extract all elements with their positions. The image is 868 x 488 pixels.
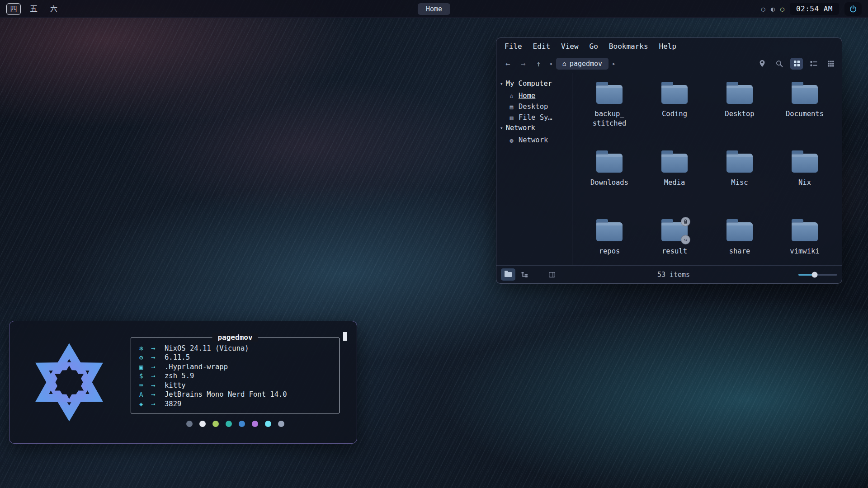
power-button[interactable] (844, 2, 862, 16)
fetch-line-packages: ◈ → 3829 (139, 399, 331, 408)
palette-dot (186, 421, 193, 427)
menu-go[interactable]: Go (590, 42, 598, 51)
places-pane-button[interactable] (501, 268, 515, 281)
fetch-line-os: ❄ → NixOS 24.11 (Vicuna) (139, 343, 331, 353)
workspace-switcher: 四 五 六 (6, 3, 61, 15)
fetch-line-terminal: ⌨ → kitty (139, 380, 331, 390)
breadcrumb-next-icon[interactable]: ▸ (610, 60, 618, 67)
nixos-logo (28, 341, 111, 424)
icon-view-button[interactable] (790, 58, 803, 70)
palette-dot (239, 421, 245, 427)
palette-dot (252, 421, 258, 427)
fetch-line-font: A → JetBrains Mono Nerd Font 14.0 (139, 390, 331, 399)
zoom-control (788, 274, 837, 276)
font-icon: A (139, 391, 151, 398)
menu-edit[interactable]: Edit (533, 42, 551, 51)
arrow-icon: → (151, 372, 165, 380)
forward-button[interactable]: → (516, 59, 530, 68)
clock: 02:54 AM (790, 3, 839, 15)
menu-help[interactable]: Help (659, 42, 677, 51)
folder-desktop[interactable]: Desktop (707, 80, 772, 148)
zoom-slider-handle[interactable] (812, 272, 818, 277)
folder-icon: ↪ (661, 222, 688, 241)
sidebar-item-label: Home (519, 92, 535, 100)
places-sidebar: ▾ My Computer ⌂ Home ▤ Desktop ▥ File Sy… (496, 73, 572, 265)
folder-icon (726, 222, 753, 241)
folder-icon (596, 154, 623, 173)
fetch-output: pagedmov ❄ → NixOS 24.11 (Vicuna) ⚙ → 6.… (131, 338, 340, 427)
sidebar-item-desktop[interactable]: ▤ Desktop (500, 101, 569, 112)
folder-grid: backup_ stitched Coding Desktop Document… (572, 73, 842, 265)
folder-nix[interactable]: Nix (772, 148, 837, 217)
chevron-down-icon[interactable]: ▾ (500, 81, 503, 87)
home-icon: ⌂ (508, 93, 515, 99)
folder-label: share (729, 247, 750, 256)
power-icon (849, 5, 857, 13)
folder-backup-stitched[interactable]: backup_ stitched (577, 80, 642, 148)
chevron-down-icon[interactable]: ▾ (500, 125, 503, 131)
folder-label: result (662, 247, 687, 256)
folder-label: Downloads (590, 178, 628, 188)
sidebar-section-network[interactable]: ▾ Network (500, 124, 569, 132)
terminal-color-palette (131, 421, 340, 427)
tray-circle-green-icon[interactable]: ○ (780, 5, 784, 13)
menu-bookmarks[interactable]: Bookmarks (609, 42, 648, 51)
arrow-icon: → (151, 344, 165, 352)
toolbar-right-cluster (756, 58, 837, 70)
menu-file[interactable]: File (505, 42, 522, 51)
tray-circle-icon[interactable]: ○ (761, 5, 765, 13)
folder-coding[interactable]: Coding (642, 80, 707, 148)
fetch-line-wm: ▣ → .Hyprland-wrapp (139, 362, 331, 371)
fetch-info-box: pagedmov ❄ → NixOS 24.11 (Vicuna) ⚙ → 6.… (131, 338, 340, 413)
desktop-icon: ▤ (508, 103, 515, 110)
workspace-5[interactable]: 五 (27, 4, 41, 14)
folder-pane-icon (505, 272, 512, 277)
palette-dot (278, 421, 284, 427)
statusbar: 53 items (496, 265, 842, 283)
symlink-emblem-icon: ↪ (681, 235, 690, 244)
topbar-right-cluster: ○ ◐ ○ 02:54 AM (761, 2, 862, 16)
sidebar-item-network[interactable]: ◍ Network (500, 135, 569, 145)
folder-downloads[interactable]: Downloads (577, 148, 642, 217)
folder-misc[interactable]: Misc (707, 148, 772, 217)
palette-dot (199, 421, 206, 427)
zoom-slider[interactable] (798, 274, 837, 276)
sidebar-item-filesystem[interactable]: ▥ File Sy… (500, 112, 569, 123)
toolbar: ← → ↑ ◂ ⌂ pagedmov ▸ (496, 54, 842, 73)
folder-icon (596, 222, 623, 241)
file-manager-window: File Edit View Go Bookmarks Help ← → ↑ ◂… (496, 38, 842, 284)
back-button[interactable]: ← (501, 59, 514, 68)
sidebar-section-my-computer[interactable]: ▾ My Computer (500, 80, 569, 88)
compact-view-button[interactable] (825, 58, 837, 70)
folder-label: Misc (731, 178, 748, 188)
sidebar-item-home[interactable]: ⌂ Home (500, 90, 569, 101)
tree-pane-button[interactable] (517, 268, 532, 281)
terminal-cursor (343, 332, 347, 341)
terminal-window[interactable]: pagedmov ❄ → NixOS 24.11 (Vicuna) ⚙ → 6.… (9, 321, 357, 444)
file-manager-body: ▾ My Computer ⌂ Home ▤ Desktop ▥ File Sy… (496, 73, 842, 265)
window-manager-icon: ▣ (139, 363, 151, 371)
folder-media[interactable]: Media (642, 148, 707, 217)
network-icon: ◍ (508, 137, 515, 144)
search-icon[interactable] (773, 58, 786, 70)
font-value: JetBrains Mono Nerd Font 14.0 (165, 390, 287, 399)
breadcrumb[interactable]: ⌂ pagedmov (556, 58, 609, 70)
up-button[interactable]: ↑ (532, 59, 545, 68)
nixos-icon: ❄ (139, 345, 151, 352)
tray-half-circle-icon[interactable]: ◐ (771, 5, 775, 13)
toggle-panel-button[interactable] (546, 269, 558, 280)
arrow-icon: → (151, 353, 165, 361)
folder-documents[interactable]: Documents (772, 80, 837, 148)
sidebar-section-label: Network (506, 124, 535, 132)
palette-dot (226, 421, 232, 427)
folder-label: Desktop (725, 109, 754, 119)
breadcrumb-prev-icon[interactable]: ◂ (547, 60, 554, 67)
workspace-4[interactable]: 四 (6, 3, 21, 15)
sidebar-item-label: Desktop (519, 103, 548, 111)
filesystem-icon: ▥ (508, 114, 515, 121)
list-view-button[interactable] (807, 58, 820, 70)
location-pin-icon[interactable] (756, 58, 769, 70)
menu-view[interactable]: View (561, 42, 579, 51)
workspace-6[interactable]: 六 (47, 4, 61, 14)
kernel-value: 6.11.5 (165, 353, 190, 361)
